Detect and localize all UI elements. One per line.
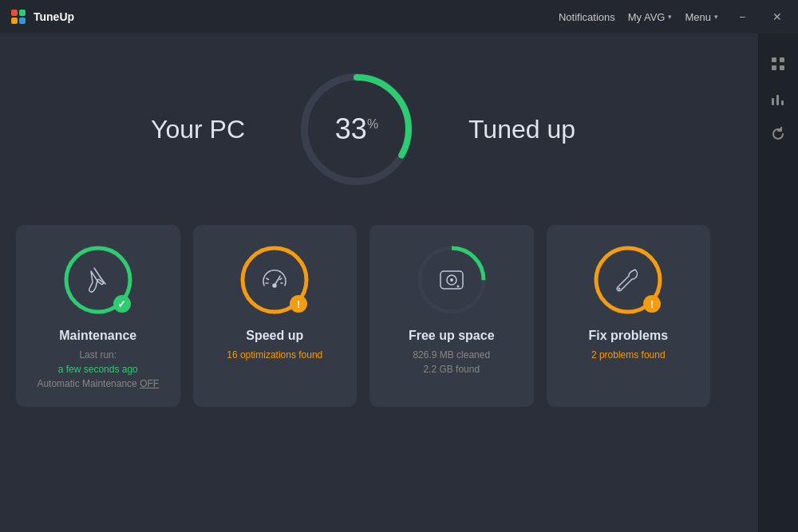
refresh-icon[interactable] xyxy=(764,120,792,148)
cards-section: ✓ Maintenance Last run: a few seconds ag… xyxy=(16,225,710,407)
fix-problems-subtitle: 2 problems found xyxy=(591,348,666,362)
titlebar-nav: Notifications My AVG ▾ Menu ▾ − ✕ xyxy=(559,6,788,28)
gauge-container: 33% xyxy=(293,65,421,193)
svg-line-19 xyxy=(280,278,282,280)
your-pc-label: Your PC xyxy=(151,115,245,144)
main-content: Your PC 33% Tuned up xyxy=(0,33,758,532)
svg-point-28 xyxy=(618,288,621,290)
gauge-percent-sign: % xyxy=(367,117,378,131)
free-space-card[interactable]: Free up space 826.9 MB cleaned 2.2 GB fo… xyxy=(369,225,534,407)
svg-point-16 xyxy=(273,284,276,287)
minimize-button[interactable]: − xyxy=(731,6,753,28)
app-logo-area: TuneUp xyxy=(10,8,74,26)
tuned-up-label: Tuned up xyxy=(468,115,575,144)
apps-icon[interactable] xyxy=(764,49,792,78)
speed-up-title: Speed up xyxy=(246,329,303,343)
auto-maintenance-toggle[interactable]: OFF xyxy=(140,378,159,389)
notifications-button[interactable]: Notifications xyxy=(559,11,615,23)
svg-rect-6 xyxy=(781,100,784,105)
speed-up-icon xyxy=(251,256,298,304)
avg-logo xyxy=(10,8,27,26)
speed-up-subtitle: 16 optimizations found xyxy=(227,348,322,362)
speed-up-icon-wrapper: ! xyxy=(239,244,310,316)
fix-problems-card[interactable]: ! Fix problems 2 problems found xyxy=(547,225,711,407)
svg-point-25 xyxy=(450,278,453,282)
maintenance-status-badge: ✓ xyxy=(113,295,131,313)
close-button[interactable]: ✕ xyxy=(766,6,788,28)
gauge-center: 33% xyxy=(335,112,378,146)
svg-line-11 xyxy=(94,268,101,278)
maintenance-title: Maintenance xyxy=(59,329,136,343)
svg-rect-5 xyxy=(776,95,779,105)
maintenance-subtitle: Last run: a few seconds ago Automatic Ma… xyxy=(37,348,159,391)
svg-rect-2 xyxy=(772,65,776,70)
speed-up-card[interactable]: ! Speed up 16 optimizations found xyxy=(193,225,358,407)
gauge-section: Your PC 33% Tuned up xyxy=(151,65,575,193)
menu-button[interactable]: Menu ▾ xyxy=(685,11,718,23)
svg-rect-1 xyxy=(780,57,784,62)
chart-icon[interactable] xyxy=(764,85,792,113)
svg-rect-3 xyxy=(780,65,784,70)
free-space-title: Free up space xyxy=(409,329,495,343)
svg-line-18 xyxy=(267,278,269,280)
menu-chevron-icon: ▾ xyxy=(714,13,718,21)
maintenance-icon xyxy=(74,256,122,304)
my-avg-chevron-icon: ▾ xyxy=(668,13,672,21)
free-space-icon-wrapper xyxy=(416,244,488,316)
app-title: TuneUp xyxy=(34,10,74,23)
my-avg-button[interactable]: My AVG ▾ xyxy=(628,11,673,23)
fix-problems-icon xyxy=(604,256,652,304)
gauge-percent-value: 33% xyxy=(335,112,378,145)
title-bar: TuneUp Notifications My AVG ▾ Menu ▾ − ✕ xyxy=(0,0,798,33)
fix-problems-icon-wrapper: ! xyxy=(592,244,664,316)
free-space-icon xyxy=(428,256,476,304)
svg-rect-0 xyxy=(772,57,776,62)
maintenance-card[interactable]: ✓ Maintenance Last run: a few seconds ag… xyxy=(16,225,180,407)
svg-point-26 xyxy=(456,286,459,288)
svg-rect-4 xyxy=(772,98,774,105)
sidebar-right xyxy=(758,33,798,532)
fix-problems-title: Fix problems xyxy=(588,329,668,343)
free-space-subtitle: 826.9 MB cleaned 2.2 GB found xyxy=(413,348,490,376)
maintenance-icon-wrapper: ✓ xyxy=(62,244,134,316)
